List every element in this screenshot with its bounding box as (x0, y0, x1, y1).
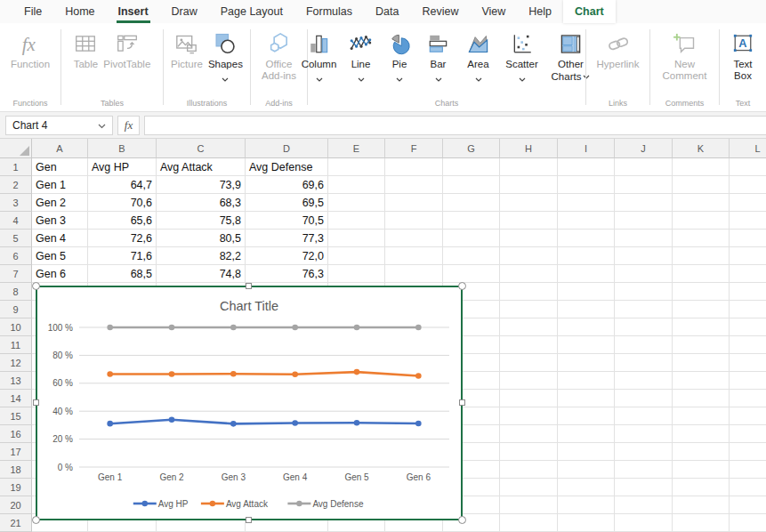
cell-K2[interactable] (673, 176, 730, 194)
cell-D6[interactable]: 72,0 (246, 247, 328, 265)
cell-A5[interactable]: Gen 4 (32, 230, 88, 247)
chart-resize-handle-e[interactable] (459, 399, 465, 406)
tab-page-layout[interactable]: Page Layout (209, 0, 294, 23)
data-point-marker[interactable] (415, 373, 422, 379)
cell-H5[interactable] (500, 230, 558, 247)
tab-home[interactable]: Home (53, 0, 106, 23)
cell-L12[interactable] (730, 354, 766, 372)
tab-chart-contextual[interactable]: Chart (563, 0, 616, 23)
cell-C2[interactable]: 73,9 (157, 176, 246, 194)
cell-G1[interactable] (443, 158, 500, 176)
cell-J18[interactable] (615, 461, 673, 479)
cell-H3[interactable] (500, 194, 558, 212)
cell-H9[interactable] (500, 301, 558, 318)
chevron-down-icon[interactable] (98, 119, 106, 132)
data-point-marker[interactable] (354, 325, 360, 331)
column-header-K[interactable]: K (673, 139, 730, 158)
cell-L6[interactable] (730, 247, 766, 265)
cell-K20[interactable] (673, 496, 730, 514)
row-header-9[interactable]: 9 (0, 301, 32, 318)
cell-I2[interactable] (558, 176, 615, 194)
cell-K4[interactable] (673, 212, 730, 230)
cell-L9[interactable] (730, 301, 766, 318)
cell-L16[interactable] (730, 425, 766, 443)
row-header-1[interactable]: 1 (0, 158, 32, 176)
bar-chart-button[interactable]: Bar (419, 27, 458, 85)
cell-H17[interactable] (500, 443, 558, 461)
row-header-20[interactable]: 20 (0, 496, 32, 514)
row-header-12[interactable]: 12 (0, 354, 32, 372)
cell-H12[interactable] (500, 354, 558, 372)
cell-C7[interactable]: 74,8 (157, 265, 246, 283)
cell-H2[interactable] (500, 176, 558, 194)
data-point-marker[interactable] (230, 421, 237, 427)
row-header-16[interactable]: 16 (0, 425, 32, 443)
column-header-J[interactable]: J (615, 139, 673, 158)
row-header-4[interactable]: 4 (0, 212, 32, 230)
cell-L4[interactable] (730, 212, 766, 230)
data-point-marker[interactable] (292, 371, 298, 377)
cell-J6[interactable] (615, 247, 673, 265)
chart-plot-area[interactable]: Chart Title0 %20 %40 %60 %80 %100 %Gen 1… (37, 287, 461, 519)
cell-F5[interactable] (385, 230, 443, 247)
chart-title[interactable]: Chart Title (220, 299, 278, 313)
chart-resize-handle-w[interactable] (33, 399, 39, 406)
cell-I8[interactable] (558, 283, 615, 301)
cell-C4[interactable]: 75,8 (157, 212, 246, 230)
cell-I6[interactable] (558, 247, 615, 265)
row-header-21[interactable]: 21 (0, 514, 32, 532)
cell-G4[interactable] (443, 212, 500, 230)
data-point-marker[interactable] (292, 420, 298, 426)
row-header-3[interactable]: 3 (0, 194, 32, 212)
cell-J8[interactable] (615, 283, 673, 301)
cell-G7[interactable] (443, 265, 500, 283)
cell-K13[interactable] (673, 372, 730, 390)
cell-F2[interactable] (385, 176, 443, 194)
row-header-8[interactable]: 8 (0, 283, 32, 301)
cell-H11[interactable] (500, 336, 558, 354)
cell-I4[interactable] (558, 212, 615, 230)
tab-help[interactable]: Help (517, 0, 563, 23)
cell-L5[interactable] (730, 230, 766, 247)
chart-resize-handle-ne[interactable] (458, 282, 466, 290)
chart-resize-handle-n[interactable] (246, 283, 252, 289)
cell-E1[interactable] (328, 158, 385, 176)
legend-marker[interactable] (210, 501, 215, 506)
data-point-marker[interactable] (292, 325, 298, 331)
cell-B1[interactable]: Avg HP (88, 158, 157, 176)
cell-I7[interactable] (558, 265, 615, 283)
cell-I3[interactable] (558, 194, 615, 212)
row-header-11[interactable]: 11 (0, 336, 32, 354)
row-header-14[interactable]: 14 (0, 390, 32, 407)
pie-chart-button[interactable]: Pie (381, 27, 419, 85)
cell-H20[interactable] (500, 496, 558, 514)
cell-I10[interactable] (558, 318, 615, 336)
select-all-corner[interactable] (0, 139, 32, 158)
cell-J10[interactable] (615, 318, 673, 336)
column-header-F[interactable]: F (385, 139, 443, 158)
cell-E4[interactable] (328, 212, 385, 230)
cell-A6[interactable]: Gen 5 (32, 247, 88, 265)
cell-A4[interactable]: Gen 3 (32, 212, 88, 230)
cell-F3[interactable] (385, 194, 443, 212)
cell-D5[interactable]: 77,3 (246, 230, 328, 247)
cell-J2[interactable] (615, 176, 673, 194)
column-header-E[interactable]: E (328, 139, 385, 158)
cell-J12[interactable] (615, 354, 673, 372)
cell-H7[interactable] (500, 265, 558, 283)
chart-object[interactable]: Chart Title0 %20 %40 %60 %80 %100 %Gen 1… (36, 286, 463, 520)
cell-D4[interactable]: 70,5 (246, 212, 328, 230)
cell-L10[interactable] (730, 318, 766, 336)
formula-input[interactable] (144, 116, 766, 135)
cell-L8[interactable] (730, 283, 766, 301)
row-header-10[interactable]: 10 (0, 318, 32, 336)
cell-C3[interactable]: 68,3 (157, 194, 246, 212)
cell-K3[interactable] (673, 194, 730, 212)
tab-formulas[interactable]: Formulas (294, 0, 364, 23)
data-point-marker[interactable] (415, 325, 422, 331)
cell-I9[interactable] (558, 301, 615, 318)
cell-I16[interactable] (558, 425, 615, 443)
cell-J11[interactable] (615, 336, 673, 354)
tab-insert[interactable]: Insert (107, 0, 160, 23)
data-point-marker[interactable] (415, 421, 422, 427)
